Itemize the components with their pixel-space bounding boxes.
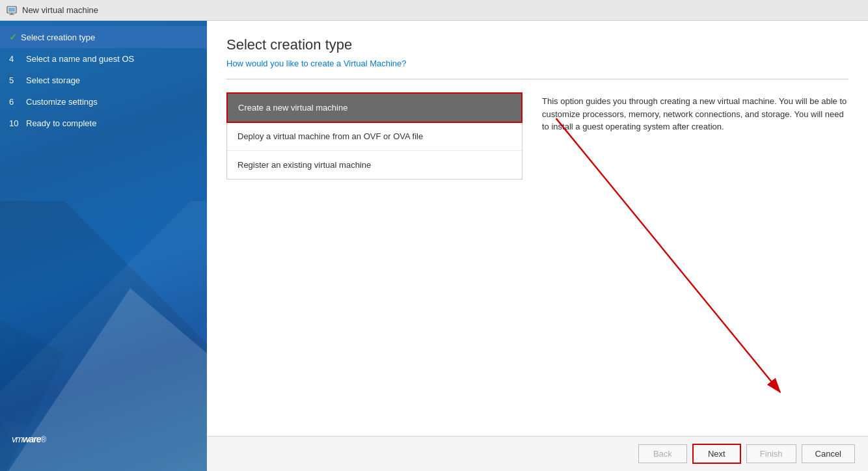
description-panel: This option guides you through creating … [542,92,848,180]
step4-num: 4 [9,54,22,64]
page-title: Select creation type [226,36,848,53]
back-button[interactable]: Back [638,444,687,463]
vm-icon [7,5,17,16]
sidebar-item-step4[interactable]: 4 Select a name and guest OS [0,48,207,70]
next-button[interactable]: Next [692,444,741,464]
sidebar-item-step1[interactable]: ✓ Select creation type [0,26,207,48]
sidebar-item-step6[interactable]: 6 Customize settings [0,91,207,113]
step6-num: 6 [9,97,22,107]
sidebar-step10-label: Ready to complete [26,118,96,128]
options-panel: Create a new virtual machine Deploy a vi… [226,92,522,180]
divider [226,79,848,79]
main-container: ✓ Select creation type 4 Select a name a… [0,21,868,471]
option-deploy-ovf[interactable]: Deploy a virtual machine from an OVF or … [227,122,522,151]
page-subtitle: How would you like to create a Virtual M… [226,59,848,68]
finish-button[interactable]: Finish [746,444,796,463]
vmware-logo-text: vmware® [12,431,46,455]
sidebar-item-step10[interactable]: 10 Ready to complete [0,113,207,134]
content-flex: Create a new virtual machine Deploy a vi… [226,92,848,180]
step5-num: 5 [9,75,22,85]
sidebar-step4-label: Select a name and guest OS [26,54,134,64]
title-bar: New virtual machine [0,0,868,21]
option-deploy-ovf-label: Deploy a virtual machine from an OVF or … [237,131,423,141]
svg-marker-6 [98,321,207,471]
option-register-existing[interactable]: Register an existing virtual machine [227,151,522,179]
content-body: Select creation type How would you like … [207,21,868,436]
option-register-label: Register an existing virtual machine [237,160,371,170]
cancel-button[interactable]: Cancel [802,444,855,463]
check-icon: ✓ [9,32,17,42]
svg-rect-2 [10,13,13,14]
sidebar-step1-label: Select creation type [21,33,95,42]
sidebar-nav: ✓ Select creation type 4 Select a name a… [0,26,207,134]
content-area: Select creation type How would you like … [207,21,868,471]
annotation-overlay: Create a new virtual machine Deploy a vi… [226,92,848,180]
option-create-new[interactable]: Create a new virtual machine [226,92,522,123]
sidebar-step5-label: Select storage [26,75,80,85]
window-title: New virtual machine [22,5,98,15]
footer: Back Next Finish Cancel [207,436,868,471]
vmware-logo: vmware® [12,431,46,455]
svg-rect-1 [8,8,15,12]
sidebar: ✓ Select creation type 4 Select a name a… [0,21,207,471]
step10-num: 10 [9,118,22,128]
sidebar-item-step5[interactable]: 5 Select storage [0,70,207,91]
svg-rect-3 [9,14,14,15]
sidebar-step6-label: Customize settings [26,97,98,107]
option-create-new-label: Create a new virtual machine [238,103,347,113]
description-text: This option guides you through creating … [542,95,848,133]
